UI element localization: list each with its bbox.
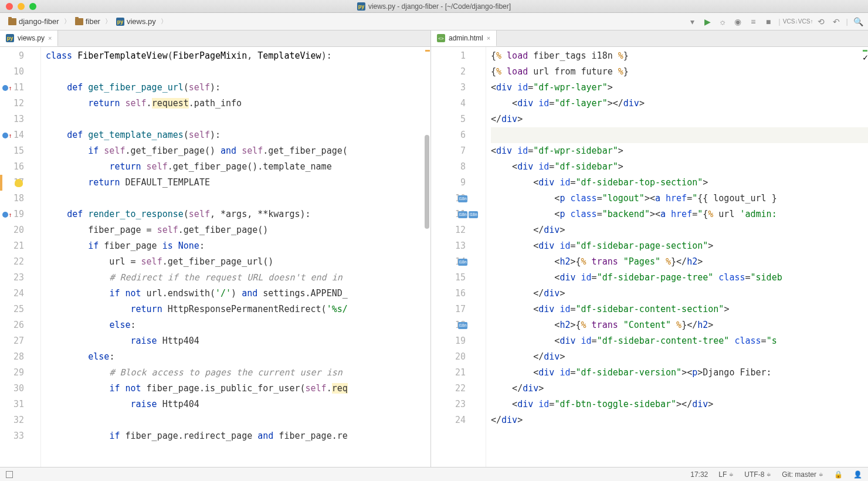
chevron-right-icon: 〉 — [105, 17, 111, 26]
history-icon[interactable]: ⟲ — [816, 16, 826, 27]
python-file-icon: py — [6, 34, 14, 42]
chevron-right-icon: 〉 — [64, 17, 70, 26]
breadcrumb-label: views.py — [127, 17, 156, 26]
lock-icon[interactable]: 🔒 — [834, 470, 843, 479]
breadcrumb-item[interactable]: django-fiber — [5, 16, 63, 27]
right-tabs: <> admin.html × — [431, 31, 868, 47]
window-title: py views.py - django-fiber - [~/Code/dja… — [357, 2, 511, 11]
warning-marker-icon[interactable] — [425, 50, 430, 52]
left-gutter: 910↑111213↑1415161718↑192021222324252627… — [0, 47, 41, 467]
close-window-icon[interactable] — [6, 3, 13, 10]
window-title-text: views.py - django-fiber - [~/Code/django… — [368, 2, 511, 11]
breadcrumb-label: fiber — [86, 17, 100, 26]
i18n-badge-icon[interactable]: i18n — [458, 195, 467, 202]
python-file-icon: py — [116, 18, 124, 26]
status-bar: 17:32 LF≑ UTF-8≑ Git: master≑ 🔒 👤 — [0, 467, 868, 481]
tab-views-py[interactable]: py views.py × — [0, 31, 58, 46]
editor-area: py views.py × 910↑111213↑1415161718↑1920… — [0, 31, 868, 467]
status-encoding[interactable]: UTF-8≑ — [744, 470, 771, 479]
i18n-badge-icon[interactable]: i18n — [458, 211, 467, 218]
status-line-ending[interactable]: LF≑ — [718, 470, 734, 479]
coverage-icon[interactable]: ◉ — [733, 16, 743, 27]
run-config-dropdown-icon[interactable]: ▾ — [687, 16, 697, 27]
status-time: 17:32 — [690, 470, 708, 479]
stop-icon[interactable]: ■ — [763, 16, 774, 27]
html-file-icon: <> — [437, 34, 445, 42]
tool-window-toggle-icon[interactable] — [6, 471, 13, 478]
minimize-window-icon[interactable] — [18, 3, 25, 10]
status-git-branch[interactable]: Git: master≑ — [782, 470, 823, 479]
breadcrumb-item[interactable]: pyviews.py — [113, 16, 160, 27]
folder-icon — [8, 18, 16, 25]
navigation-bar: django-fiber〉fiber〉pyviews.py〉 ▾ ▶ ☼ ◉ ≡… — [0, 13, 868, 31]
traffic-lights — [0, 3, 36, 10]
breadcrumb: django-fiber〉fiber〉pyviews.py〉 — [5, 16, 167, 27]
debug-icon[interactable]: ☼ — [717, 16, 728, 27]
left-scrollbar[interactable] — [423, 47, 430, 467]
right-code[interactable]: {% load fiber_tags i18n %}{% load url fr… — [486, 47, 868, 467]
toolbar-right: ▾ ▶ ☼ ◉ ≡ ■ | VCS↓ VCS↑ ⟲ ↶ | 🔍 — [687, 16, 863, 27]
python-file-icon: py — [357, 2, 365, 11]
left-code[interactable]: class FiberTemplateView(FiberPageMixin, … — [41, 47, 430, 467]
scrollbar-thumb[interactable] — [425, 135, 429, 229]
tab-admin-html[interactable]: <> admin.html × — [431, 31, 497, 46]
vcs-update-icon[interactable]: VCS↓ — [785, 16, 796, 27]
inspector-icon[interactable]: 👤 — [853, 470, 862, 479]
i18n-badge-icon[interactable]: i18n — [458, 259, 467, 266]
maximize-window-icon[interactable] — [29, 3, 36, 10]
vcs-commit-icon[interactable]: VCS↑ — [801, 16, 811, 27]
ok-marker-icon[interactable]: ✓ — [863, 50, 867, 52]
close-tab-icon[interactable]: × — [487, 35, 490, 42]
right-gutter: 12345678910i18n11i18ni18n121314i18n15161… — [431, 47, 486, 467]
intention-bulb-icon[interactable] — [15, 179, 23, 187]
tab-label: admin.html — [449, 34, 483, 42]
breadcrumb-label: django-fiber — [19, 17, 59, 26]
window-titlebar: py views.py - django-fiber - [~/Code/dja… — [0, 0, 868, 13]
profile-icon[interactable]: ≡ — [748, 16, 758, 27]
folder-icon — [75, 18, 83, 25]
left-editor-pane: py views.py × 910↑111213↑1415161718↑1920… — [0, 31, 431, 467]
i18n-badge-icon[interactable]: i18n — [469, 211, 478, 218]
undo-icon[interactable]: ↶ — [831, 16, 842, 27]
search-icon[interactable]: 🔍 — [853, 16, 863, 27]
left-code-editor[interactable]: 910↑111213↑1415161718↑192021222324252627… — [0, 47, 430, 467]
chevron-right-icon: 〉 — [161, 17, 167, 26]
right-editor-pane: <> admin.html × 12345678910i18n11i18ni18… — [431, 31, 868, 467]
left-tabs: py views.py × — [0, 31, 430, 47]
tab-label: views.py — [18, 34, 45, 42]
run-icon[interactable]: ▶ — [702, 16, 713, 27]
i18n-badge-icon[interactable]: i18n — [458, 322, 467, 329]
right-scrollbar[interactable]: ✓ — [861, 47, 868, 467]
close-tab-icon[interactable]: × — [48, 35, 52, 42]
right-code-editor[interactable]: 12345678910i18n11i18ni18n121314i18n15161… — [431, 47, 868, 467]
breadcrumb-item[interactable]: fiber — [72, 16, 104, 27]
